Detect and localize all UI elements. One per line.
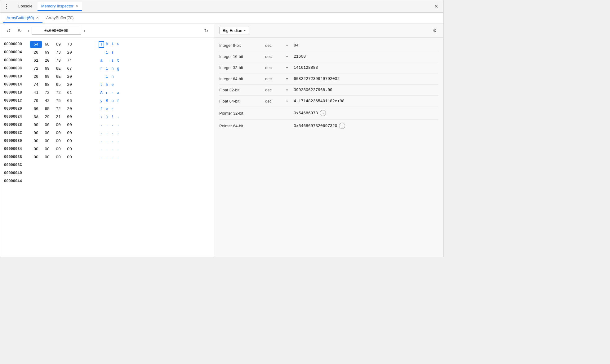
hex-byte-0-2[interactable]: 69 — [53, 42, 64, 47]
hex-byte-6-0[interactable]: 41 — [30, 90, 42, 95]
hex-byte-7-1[interactable]: 42 — [42, 98, 53, 103]
ascii-char-6-1[interactable]: r — [104, 90, 110, 95]
ascii-char-7-1[interactable]: B — [104, 98, 110, 103]
back-button[interactable]: ↺ — [4, 26, 13, 35]
hex-byte-5-2[interactable]: 65 — [53, 82, 64, 87]
ascii-char-3-3[interactable]: g — [115, 66, 121, 71]
ascii-char-2-3[interactable]: t — [115, 58, 121, 63]
ascii-char-2-1[interactable] — [104, 58, 110, 63]
tab-arraybuffer-60[interactable]: ArrayBuffer(60) ✕ — [3, 14, 42, 23]
hex-byte-11-1[interactable]: 00 — [42, 130, 53, 136]
hex-byte-4-3[interactable]: 20 — [64, 74, 75, 79]
ascii-char-8-0[interactable]: f — [99, 106, 104, 112]
ptr32-navigate-button[interactable]: → — [320, 110, 326, 116]
hex-byte-12-3[interactable]: 00 — [64, 138, 75, 144]
insp-dropdown-float32[interactable]: ▾ — [286, 88, 291, 92]
hex-byte-0-3[interactable]: 73 — [64, 42, 75, 47]
hex-byte-5-3[interactable]: 20 — [64, 82, 75, 87]
ascii-char-11-1[interactable]: . — [104, 130, 110, 136]
hex-byte-13-0[interactable]: 00 — [30, 147, 42, 152]
hex-byte-13-1[interactable]: 00 — [42, 147, 53, 152]
ascii-char-13-3[interactable]: . — [115, 147, 121, 152]
ascii-char-6-0[interactable]: A — [99, 90, 104, 95]
ascii-char-8-2[interactable]: r — [110, 106, 115, 112]
tab-console[interactable]: Console — [14, 2, 36, 11]
ascii-char-1-3[interactable] — [115, 50, 121, 55]
endian-selector[interactable]: Big Endian ▾ — [219, 27, 249, 34]
hex-byte-5-0[interactable]: 74 — [30, 82, 42, 87]
hex-byte-11-2[interactable]: 00 — [53, 130, 64, 136]
ascii-char-3-2[interactable]: n — [110, 66, 115, 71]
tab-memory-inspector[interactable]: Memory Inspector ✕ — [38, 2, 82, 11]
hex-byte-0-0[interactable]: 54 — [30, 42, 42, 47]
prev-arrow[interactable]: ‹ — [26, 28, 30, 34]
hex-byte-3-3[interactable]: 67 — [64, 66, 75, 71]
hex-byte-1-0[interactable]: 20 — [30, 50, 42, 55]
ascii-char-11-3[interactable]: . — [115, 130, 121, 136]
hex-byte-3-0[interactable]: 72 — [30, 66, 42, 71]
hex-byte-14-0[interactable]: 00 — [30, 155, 42, 160]
hex-byte-1-2[interactable]: 73 — [53, 50, 64, 55]
hex-byte-13-3[interactable]: 00 — [64, 147, 75, 152]
ascii-char-0-0[interactable]: T — [99, 41, 104, 48]
hex-byte-3-1[interactable]: 69 — [42, 66, 53, 71]
forward-button[interactable]: ↻ — [15, 26, 24, 35]
hex-byte-2-2[interactable]: 73 — [53, 58, 64, 63]
insp-dropdown-int32[interactable]: ▾ — [286, 66, 291, 69]
ascii-char-4-1[interactable]: i — [104, 74, 110, 79]
insp-dropdown-int64[interactable]: ▾ — [286, 77, 291, 81]
hex-byte-8-3[interactable]: 20 — [64, 106, 75, 112]
ascii-char-2-0[interactable]: a — [99, 58, 104, 63]
hex-byte-12-0[interactable]: 00 — [30, 138, 42, 144]
hex-byte-3-2[interactable]: 6E — [53, 66, 64, 71]
hex-byte-5-1[interactable]: 68 — [42, 82, 53, 87]
hex-byte-9-2[interactable]: 21 — [53, 114, 64, 120]
ascii-char-3-1[interactable]: i — [104, 66, 110, 71]
ascii-char-6-3[interactable]: a — [115, 90, 121, 95]
hex-byte-12-2[interactable]: 00 — [53, 138, 64, 144]
hex-byte-11-0[interactable]: 00 — [30, 130, 42, 136]
hex-byte-7-2[interactable]: 75 — [53, 98, 64, 103]
ascii-char-5-2[interactable]: e — [110, 82, 115, 87]
hex-byte-9-3[interactable]: 00 — [64, 114, 75, 120]
ascii-char-14-0[interactable]: . — [99, 155, 104, 160]
hex-byte-9-0[interactable]: 3A — [30, 114, 42, 120]
hex-byte-14-3[interactable]: 00 — [64, 155, 75, 160]
hex-byte-1-3[interactable]: 20 — [64, 50, 75, 55]
hex-byte-8-0[interactable]: 66 — [30, 106, 42, 112]
ascii-char-14-2[interactable]: . — [110, 155, 115, 160]
ascii-char-8-1[interactable]: e — [104, 106, 110, 112]
ascii-char-12-1[interactable]: . — [104, 138, 110, 144]
ascii-char-10-3[interactable]: . — [115, 122, 121, 128]
ascii-char-10-0[interactable]: . — [99, 122, 104, 128]
hex-byte-6-2[interactable]: 72 — [53, 90, 64, 95]
ascii-char-0-1[interactable]: h — [104, 41, 110, 48]
hex-byte-6-1[interactable]: 72 — [42, 90, 53, 95]
ascii-char-14-3[interactable]: . — [115, 155, 121, 160]
hex-byte-6-3[interactable]: 61 — [64, 90, 75, 95]
hex-byte-7-0[interactable]: 79 — [30, 98, 42, 103]
ascii-char-13-2[interactable]: . — [110, 147, 115, 152]
ascii-char-9-3[interactable]: . — [115, 114, 121, 120]
next-arrow[interactable]: › — [82, 28, 87, 34]
hex-byte-4-2[interactable]: 6E — [53, 74, 64, 79]
hex-byte-12-1[interactable]: 00 — [42, 138, 53, 144]
close-window-button[interactable]: ✕ — [432, 2, 441, 11]
ascii-char-8-3[interactable] — [115, 106, 121, 112]
ascii-char-5-1[interactable]: h — [104, 82, 110, 87]
address-input[interactable] — [32, 27, 81, 35]
ascii-char-9-1[interactable]: ) — [104, 114, 110, 120]
hex-byte-2-3[interactable]: 74 — [64, 58, 75, 63]
ascii-char-4-2[interactable]: n — [110, 74, 115, 79]
hex-byte-0-1[interactable]: 68 — [42, 42, 53, 47]
close-memory-inspector-tab[interactable]: ✕ — [75, 4, 78, 8]
hex-byte-8-2[interactable]: 72 — [53, 106, 64, 112]
ascii-char-7-2[interactable]: u — [110, 98, 115, 103]
hex-byte-4-1[interactable]: 69 — [42, 74, 53, 79]
ascii-char-0-2[interactable]: i — [110, 41, 115, 48]
hex-byte-10-3[interactable]: 00 — [64, 122, 75, 128]
ascii-char-10-2[interactable]: . — [110, 122, 115, 128]
hex-byte-14-1[interactable]: 00 — [42, 155, 53, 160]
refresh-button[interactable]: ↻ — [202, 26, 210, 35]
hex-byte-14-2[interactable]: 00 — [53, 155, 64, 160]
